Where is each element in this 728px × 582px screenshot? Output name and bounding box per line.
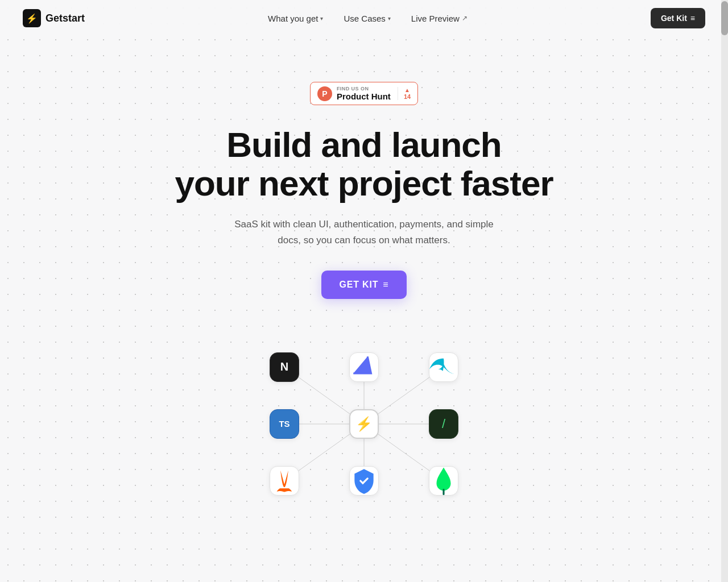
upvote-arrow-icon: ▲ xyxy=(404,87,410,93)
icon-mongodb xyxy=(429,466,458,496)
nav-links: What you get ▾ Use Cases ▾ Live Preview … xyxy=(260,9,475,28)
logo-icon: ⚡ xyxy=(23,9,41,27)
icon-typescript: TS xyxy=(270,409,299,439)
scrollbar[interactable] xyxy=(721,0,728,582)
scrollbar-thumb[interactable] xyxy=(721,1,728,35)
menu-icon: ≡ xyxy=(383,280,388,290)
nav-use-cases[interactable]: Use Cases ▾ xyxy=(336,9,398,28)
icon-tailwind xyxy=(429,352,458,382)
hero-cta-button[interactable]: GET KIT ≡ xyxy=(321,271,407,299)
icon-slash: / xyxy=(429,409,458,439)
chevron-icon: ▾ xyxy=(320,15,323,22)
icon-center: ⚡ xyxy=(349,409,379,439)
nav-live-preview[interactable]: Live Preview ↗ xyxy=(403,9,475,28)
hero-heading: Build and launch your next project faste… xyxy=(175,126,553,203)
tech-diagram: ⚡ N TS / xyxy=(205,344,523,504)
logo[interactable]: ⚡ Getstart xyxy=(23,9,85,27)
product-hunt-name: Product Hunt xyxy=(337,92,391,101)
external-link-icon: ↗ xyxy=(462,14,468,22)
hero-subtext: SaaS kit with clean UI, authentication, … xyxy=(228,217,500,247)
get-kit-button[interactable]: Get Kit ≡ xyxy=(651,8,705,28)
product-hunt-score: ▲ 14 xyxy=(398,87,411,100)
product-hunt-text: FIND US ON Product Hunt xyxy=(337,86,391,101)
product-hunt-badge[interactable]: P FIND US ON Product Hunt ▲ 14 xyxy=(310,82,418,105)
hero-line1: Build and launch xyxy=(226,125,501,164)
svg-rect-8 xyxy=(442,489,444,495)
icon-notion: N xyxy=(270,352,299,382)
logo-text: Getstart xyxy=(46,13,85,24)
hero-line2: your next project faster xyxy=(175,164,553,203)
icon-prisma xyxy=(349,352,379,382)
main-content: P FIND US ON Product Hunt ▲ 14 Build and… xyxy=(0,36,728,526)
product-hunt-icon: P xyxy=(317,86,332,101)
icon-shield xyxy=(349,466,379,496)
navbar: ⚡ Getstart What you get ▾ Use Cases ▾ Li… xyxy=(0,0,728,36)
nav-what-you-get[interactable]: What you get ▾ xyxy=(260,9,331,28)
find-us-label: FIND US ON xyxy=(337,86,391,92)
menu-icon: ≡ xyxy=(690,14,695,23)
icon-astro xyxy=(270,466,299,496)
chevron-icon: ▾ xyxy=(388,15,391,22)
